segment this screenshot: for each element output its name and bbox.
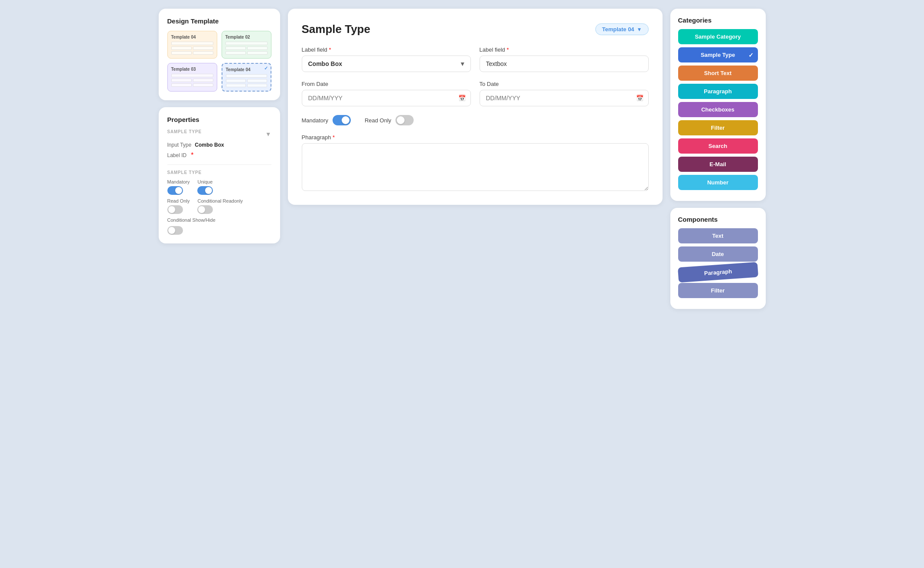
form-mandatory-label: Mandatory xyxy=(302,117,328,124)
label-id-key: Label ID xyxy=(167,152,187,158)
categories-card: Categories Sample Category Sample Type ✓… xyxy=(670,9,766,201)
conditional-readonly-label: Conditional Readonly xyxy=(197,198,243,204)
to-date-wrapper: 📅 xyxy=(480,90,649,106)
design-template-title: Design Template xyxy=(167,17,271,25)
field-row-2: From Date 📅 To Date 📅 xyxy=(302,81,649,106)
category-btn-search[interactable]: Search xyxy=(678,138,758,154)
from-date-group: From Date 📅 xyxy=(302,81,471,106)
label-field-group-2: Label field * xyxy=(480,46,649,72)
form-read-only-toggle[interactable] xyxy=(395,115,414,125)
right-panel: Categories Sample Category Sample Type ✓… xyxy=(670,9,766,309)
category-btn-paragraph[interactable]: Paragraph xyxy=(678,84,758,99)
field-row-1: Label field * ▼ Label field * xyxy=(302,46,649,72)
template-label: Template 04 xyxy=(171,35,213,39)
categories-title: Categories xyxy=(678,16,758,24)
design-template-card: Design Template Template 04 Template 02 xyxy=(159,9,280,100)
form-fields: Label field * ▼ Label field * xyxy=(302,46,649,191)
conditional-showhide-toggle[interactable] xyxy=(167,226,183,235)
category-btn-checkboxes[interactable]: Checkboxes xyxy=(678,102,758,117)
properties-card: Properties SAMPLE TYPE ▼ Input Type Comb… xyxy=(159,107,280,243)
template-label: Template 02 xyxy=(225,35,268,39)
unique-label: Unique xyxy=(197,179,213,184)
mandatory-toggle[interactable] xyxy=(167,186,183,195)
combo-box-input[interactable] xyxy=(302,56,471,72)
template-item-t04-selected[interactable]: Template 04 xyxy=(222,63,271,92)
template-label: Template 04 xyxy=(226,67,267,72)
center-panel: Sample Type Template 04 ▼ Label field * xyxy=(288,9,663,205)
template-item-t02[interactable]: Template 02 xyxy=(222,31,271,59)
conditional-readonly-toggle[interactable] xyxy=(197,205,213,214)
category-btn-sample-category[interactable]: Sample Category xyxy=(678,29,758,44)
paragraph-textarea[interactable] xyxy=(302,143,649,191)
template-item-t03[interactable]: Template 03 xyxy=(167,63,217,92)
category-btn-email[interactable]: E-Mail xyxy=(678,157,758,172)
filter-icon[interactable]: ▼ xyxy=(265,131,271,138)
form-title: Sample Type xyxy=(302,23,370,36)
label-field-group-1: Label field * ▼ xyxy=(302,46,471,72)
selected-check-icon: ✓ xyxy=(748,52,754,59)
main-layout: Design Template Template 04 Template 02 xyxy=(159,9,766,309)
component-btn-text[interactable]: Text xyxy=(678,228,758,243)
read-only-toggle[interactable] xyxy=(167,205,183,214)
label-field-label-2: Label field * xyxy=(480,46,649,53)
category-btn-short-text[interactable]: Short Text xyxy=(678,66,758,81)
req-star-1: * xyxy=(329,46,331,53)
to-date-group: To Date 📅 xyxy=(480,81,649,106)
category-btn-filter[interactable]: Filter xyxy=(678,120,758,135)
template-badge-label: Template 04 xyxy=(602,26,634,33)
from-date-input[interactable] xyxy=(302,90,471,106)
sample-type-section-2: SAMPLE TYPE xyxy=(167,170,271,175)
mandatory-field-group: Mandatory xyxy=(302,115,351,125)
from-date-label: From Date xyxy=(302,81,471,87)
component-btn-paragraph[interactable]: Paragraph xyxy=(678,262,758,283)
chevron-down-icon: ▼ xyxy=(637,26,642,33)
components-title: Components xyxy=(678,216,758,223)
form-mandatory-toggle[interactable] xyxy=(333,115,351,125)
label-field-label-1: Label field * xyxy=(302,46,471,53)
component-btn-date[interactable]: Date xyxy=(678,246,758,262)
template-label: Template 03 xyxy=(171,67,213,72)
paragraph-label: Pharagraph * xyxy=(302,134,649,141)
category-btn-sample-type[interactable]: Sample Type ✓ xyxy=(678,47,758,62)
mandatory-label: Mandatory xyxy=(167,179,190,184)
template-badge-button[interactable]: Template 04 ▼ xyxy=(595,23,648,35)
to-date-label: To Date xyxy=(480,81,649,87)
paragraph-group: Pharagraph * xyxy=(302,134,649,191)
req-star-para: * xyxy=(333,134,335,141)
textbox-input[interactable] xyxy=(480,56,649,72)
to-date-input[interactable] xyxy=(480,90,649,106)
left-panel: Design Template Template 04 Template 02 xyxy=(159,9,280,243)
component-btn-filter[interactable]: Filter xyxy=(678,283,758,298)
form-header: Sample Type Template 04 ▼ xyxy=(302,23,649,36)
sample-type-section-1: SAMPLE TYPE xyxy=(167,129,202,134)
templates-grid: Template 04 Template 02 xyxy=(167,31,271,92)
components-card: Components Text Date Paragraph Filter xyxy=(670,208,766,309)
combo-wrapper: ▼ xyxy=(302,56,471,72)
form-card: Sample Type Template 04 ▼ Label field * xyxy=(288,9,663,205)
template-item-t04-beige[interactable]: Template 04 xyxy=(167,31,217,59)
input-type-key: Input Type xyxy=(167,142,192,148)
input-type-val: Combo Box xyxy=(195,142,224,148)
properties-title: Properties xyxy=(167,116,271,123)
from-date-wrapper: 📅 xyxy=(302,90,471,106)
read-only-field-group: Read Only xyxy=(365,115,414,125)
required-star-1: * xyxy=(191,151,193,159)
category-btn-number[interactable]: Number xyxy=(678,175,758,190)
unique-toggle[interactable] xyxy=(197,186,213,195)
conditional-showhide-label: Conditional Show/Hide xyxy=(167,217,271,223)
form-toggles-row: Mandatory Read Only xyxy=(302,115,649,125)
divider-1 xyxy=(167,164,271,165)
form-read-only-label: Read Only xyxy=(365,117,391,124)
read-only-label: Read Only xyxy=(167,198,190,204)
req-star-2: * xyxy=(506,46,509,53)
